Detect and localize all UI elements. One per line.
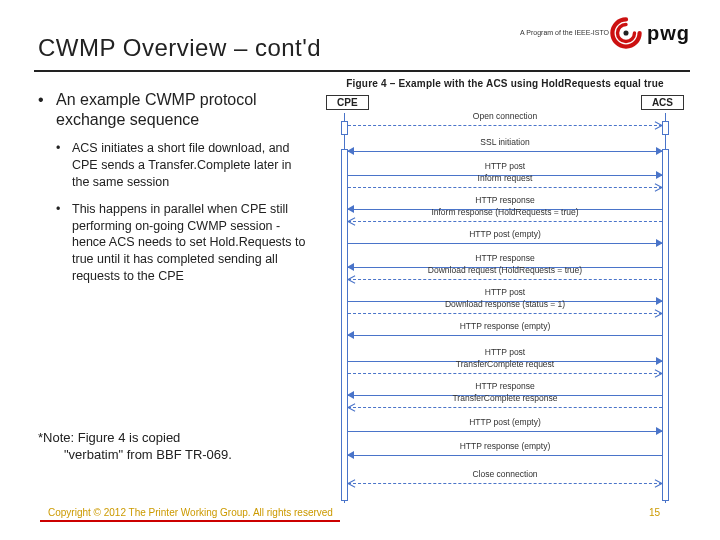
seq-message-line bbox=[348, 313, 662, 314]
seq-message-line bbox=[348, 431, 662, 432]
seq-message-line bbox=[348, 373, 662, 374]
seq-message-label: Download response (status = 1) bbox=[348, 299, 662, 309]
logo-mark: pwg bbox=[609, 16, 690, 50]
seq-message-line bbox=[348, 187, 662, 188]
body-text: An example CWMP protocol exchange sequen… bbox=[38, 90, 308, 295]
copyright: Copyright © 2012 The Printer Working Gro… bbox=[48, 507, 333, 518]
arrow-icon bbox=[656, 147, 663, 155]
seq-message: HTTP response (empty) bbox=[348, 451, 662, 465]
bullet-main-text: An example CWMP protocol exchange sequen… bbox=[56, 91, 257, 128]
footnote-line1: *Note: Figure 4 is copied bbox=[38, 430, 180, 445]
logo: A Program of the IEEE-ISTO pwg bbox=[520, 16, 690, 50]
bullet-main: An example CWMP protocol exchange sequen… bbox=[38, 90, 308, 285]
seq-message-label: HTTP post (empty) bbox=[348, 417, 662, 427]
page-title: CWMP Overview – cont'd bbox=[38, 34, 321, 62]
logo-text: pwg bbox=[647, 22, 690, 45]
seq-message-label: TransferComplete request bbox=[348, 359, 662, 369]
bullet-list: An example CWMP protocol exchange sequen… bbox=[38, 90, 308, 285]
page-number: 15 bbox=[649, 507, 660, 518]
seq-message-label: Close connection bbox=[348, 469, 662, 479]
figure: Figure 4 – Example with the ACS using Ho… bbox=[320, 78, 690, 503]
sequence-diagram: CPE ACS Open connectionSSL initiationHTT… bbox=[320, 95, 690, 503]
seq-message-label: HTTP post bbox=[348, 347, 662, 357]
title-underline bbox=[34, 70, 690, 72]
arrow-icon bbox=[347, 451, 354, 459]
sub-bullet-1: ACS initiates a short file download, and… bbox=[56, 140, 308, 191]
slide: CWMP Overview – cont'd A Program of the … bbox=[0, 0, 720, 540]
footer-accent-bar bbox=[40, 520, 340, 522]
seq-message-line bbox=[348, 243, 662, 244]
seq-message-label: HTTP response bbox=[348, 381, 662, 391]
arrow-icon bbox=[656, 427, 663, 435]
seq-message-label: Inform request bbox=[348, 173, 662, 183]
seq-message: SSL initiation bbox=[348, 147, 662, 161]
seq-message-label: HTTP response (empty) bbox=[348, 441, 662, 451]
seq-message: Close connection bbox=[348, 479, 662, 493]
activation-bar bbox=[341, 121, 348, 135]
activation-bar bbox=[341, 149, 348, 501]
lifeline-acs bbox=[665, 113, 666, 503]
footnote-line2: "verbatim" from BBF TR-069. bbox=[38, 447, 328, 464]
seq-message-label: HTTP response bbox=[348, 253, 662, 263]
seq-message-line bbox=[348, 221, 662, 222]
arrow-icon bbox=[656, 239, 663, 247]
figure-caption: Figure 4 – Example with the ACS using Ho… bbox=[320, 78, 690, 89]
header: CWMP Overview – cont'd A Program of the … bbox=[38, 24, 690, 72]
seq-message-label: SSL initiation bbox=[348, 137, 662, 147]
seq-message-line bbox=[348, 151, 662, 152]
seq-message-line bbox=[348, 125, 662, 126]
seq-message-line bbox=[348, 335, 662, 336]
seq-message: Open connection bbox=[348, 121, 662, 135]
activation-bar bbox=[662, 121, 669, 135]
sub-bullet-list: ACS initiates a short file download, and… bbox=[56, 140, 308, 285]
swirl-icon bbox=[609, 16, 643, 50]
footnote: *Note: Figure 4 is copied "verbatim" fro… bbox=[38, 430, 328, 464]
sub-bullet-2: This happens in parallel when CPE still … bbox=[56, 201, 308, 285]
seq-message-label: Inform response (HoldRequests = true) bbox=[348, 207, 662, 217]
arrow-icon bbox=[347, 331, 354, 339]
lifeline-cpe bbox=[344, 113, 345, 503]
seq-message-label: Open connection bbox=[348, 111, 662, 121]
seq-message: HTTP post (empty) bbox=[348, 427, 662, 441]
logo-tagline: A Program of the IEEE-ISTO bbox=[520, 29, 609, 36]
seq-message-label: HTTP post bbox=[348, 287, 662, 297]
seq-message-label: TransferComplete response bbox=[348, 393, 662, 403]
activation-bar bbox=[662, 149, 669, 501]
seq-message: HTTP response (empty) bbox=[348, 331, 662, 345]
seq-message-line bbox=[348, 279, 662, 280]
seq-message-label: HTTP post bbox=[348, 161, 662, 171]
seq-message-line bbox=[348, 407, 662, 408]
seq-message-label: HTTP response (empty) bbox=[348, 321, 662, 331]
actor-acs: ACS bbox=[641, 95, 684, 110]
seq-message-line bbox=[348, 483, 662, 484]
seq-message-label: HTTP response bbox=[348, 195, 662, 205]
seq-message: HTTP post (empty) bbox=[348, 239, 662, 253]
arrow-icon bbox=[347, 147, 354, 155]
actor-cpe: CPE bbox=[326, 95, 369, 110]
footer: Copyright © 2012 The Printer Working Gro… bbox=[0, 502, 720, 518]
seq-message: TransferComplete response bbox=[348, 403, 662, 417]
seq-message-label: HTTP post (empty) bbox=[348, 229, 662, 239]
seq-message-label: Download request (HoldRequests = true) bbox=[348, 265, 662, 275]
svg-point-0 bbox=[623, 30, 628, 35]
seq-message-line bbox=[348, 455, 662, 456]
